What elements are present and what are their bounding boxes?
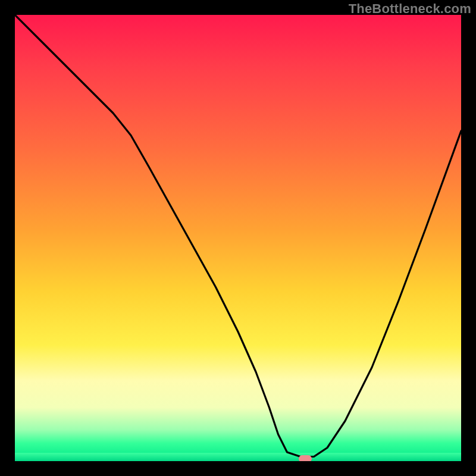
watermark-text: TheBottleneck.com — [349, 1, 471, 17]
curve-layer — [15, 15, 461, 461]
optimal-marker — [299, 455, 312, 461]
bottleneck-curve — [15, 15, 461, 457]
chart-frame: TheBottleneck.com — [0, 0, 476, 476]
plot-area — [15, 15, 461, 461]
